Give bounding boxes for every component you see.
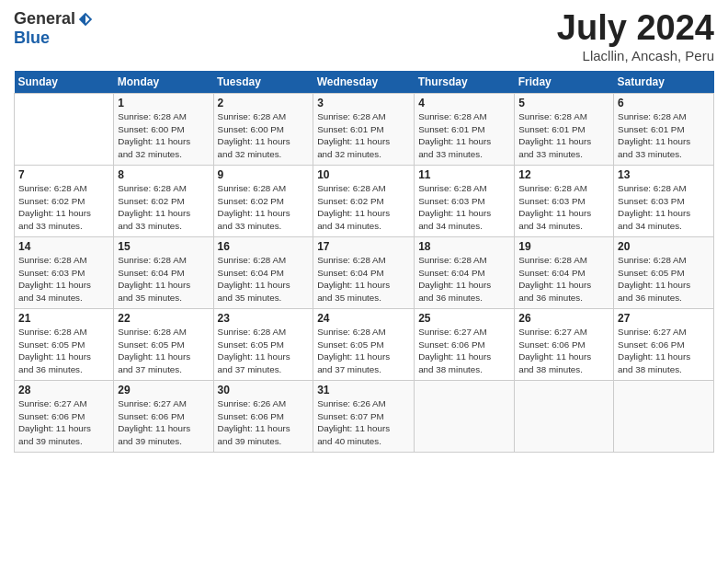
calendar-cell: 12Sunrise: 6:28 AM Sunset: 6:03 PM Dayli… bbox=[515, 165, 614, 236]
day-number: 15 bbox=[118, 240, 209, 253]
day-number: 31 bbox=[317, 384, 410, 396]
calendar-cell: 7Sunrise: 6:28 AM Sunset: 6:02 PM Daylig… bbox=[15, 165, 114, 236]
calendar-cell: 2Sunrise: 6:28 AM Sunset: 6:00 PM Daylig… bbox=[213, 93, 313, 165]
calendar-cell: 20Sunrise: 6:28 AM Sunset: 6:05 PM Dayli… bbox=[614, 236, 714, 308]
day-info: Sunrise: 6:28 AM Sunset: 6:01 PM Dayligh… bbox=[618, 110, 710, 161]
calendar-cell: 6Sunrise: 6:28 AM Sunset: 6:01 PM Daylig… bbox=[614, 93, 714, 165]
logo-general-text: General bbox=[14, 9, 75, 29]
day-info: Sunrise: 6:28 AM Sunset: 6:02 PM Dayligh… bbox=[118, 182, 209, 233]
calendar-week-row: 14Sunrise: 6:28 AM Sunset: 6:03 PM Dayli… bbox=[15, 236, 714, 308]
calendar-cell: 5Sunrise: 6:28 AM Sunset: 6:01 PM Daylig… bbox=[515, 93, 614, 165]
day-number: 29 bbox=[118, 384, 209, 396]
day-number: 6 bbox=[618, 97, 710, 109]
day-info: Sunrise: 6:27 AM Sunset: 6:06 PM Dayligh… bbox=[18, 397, 109, 448]
page-container: General Blue July 2024 Llacllin, Ancash,… bbox=[0, 0, 728, 462]
logo: General Blue bbox=[14, 9, 94, 48]
calendar-cell: 3Sunrise: 6:28 AM Sunset: 6:01 PM Daylig… bbox=[313, 93, 415, 165]
day-info: Sunrise: 6:28 AM Sunset: 6:01 PM Dayligh… bbox=[317, 110, 410, 161]
day-number: 2 bbox=[218, 97, 310, 109]
header-friday: Friday bbox=[515, 71, 614, 94]
month-title: July 2024 bbox=[557, 9, 714, 48]
calendar-cell: 17Sunrise: 6:28 AM Sunset: 6:04 PM Dayli… bbox=[313, 236, 415, 308]
day-number: 17 bbox=[317, 240, 410, 253]
day-info: Sunrise: 6:28 AM Sunset: 6:01 PM Dayligh… bbox=[418, 110, 510, 161]
day-number: 28 bbox=[18, 384, 109, 396]
day-info: Sunrise: 6:28 AM Sunset: 6:03 PM Dayligh… bbox=[518, 182, 609, 233]
header-monday: Monday bbox=[114, 71, 213, 94]
calendar-cell bbox=[15, 93, 114, 165]
day-number: 10 bbox=[317, 168, 410, 181]
calendar-cell: 22Sunrise: 6:28 AM Sunset: 6:05 PM Dayli… bbox=[114, 308, 213, 380]
day-number: 5 bbox=[518, 97, 609, 109]
header-tuesday: Tuesday bbox=[213, 71, 313, 94]
calendar-cell: 28Sunrise: 6:27 AM Sunset: 6:06 PM Dayli… bbox=[15, 380, 114, 452]
day-info: Sunrise: 6:27 AM Sunset: 6:06 PM Dayligh… bbox=[418, 326, 510, 376]
calendar-cell: 16Sunrise: 6:28 AM Sunset: 6:04 PM Dayli… bbox=[213, 236, 313, 308]
day-info: Sunrise: 6:28 AM Sunset: 6:00 PM Dayligh… bbox=[218, 110, 310, 161]
calendar-cell bbox=[415, 380, 515, 452]
day-number: 11 bbox=[418, 168, 510, 181]
day-info: Sunrise: 6:28 AM Sunset: 6:05 PM Dayligh… bbox=[317, 326, 410, 376]
header-wednesday: Wednesday bbox=[313, 71, 415, 94]
day-info: Sunrise: 6:28 AM Sunset: 6:03 PM Dayligh… bbox=[18, 254, 109, 304]
calendar-cell: 24Sunrise: 6:28 AM Sunset: 6:05 PM Dayli… bbox=[313, 308, 415, 380]
day-info: Sunrise: 6:27 AM Sunset: 6:06 PM Dayligh… bbox=[118, 397, 209, 448]
calendar-week-row: 7Sunrise: 6:28 AM Sunset: 6:02 PM Daylig… bbox=[15, 165, 714, 236]
calendar-week-row: 1Sunrise: 6:28 AM Sunset: 6:00 PM Daylig… bbox=[15, 93, 714, 165]
day-number: 27 bbox=[618, 312, 710, 325]
header-thursday: Thursday bbox=[415, 71, 515, 94]
day-info: Sunrise: 6:28 AM Sunset: 6:05 PM Dayligh… bbox=[218, 326, 310, 376]
logo-icon bbox=[77, 11, 94, 28]
calendar-cell: 9Sunrise: 6:28 AM Sunset: 6:02 PM Daylig… bbox=[213, 165, 313, 236]
day-number: 16 bbox=[218, 240, 310, 253]
logo-blue-text: Blue bbox=[14, 29, 50, 47]
day-info: Sunrise: 6:28 AM Sunset: 6:03 PM Dayligh… bbox=[418, 182, 510, 233]
weekday-header-row: Sunday Monday Tuesday Wednesday Thursday… bbox=[15, 71, 714, 94]
day-number: 1 bbox=[118, 97, 209, 109]
day-number: 3 bbox=[317, 97, 410, 109]
calendar-cell: 23Sunrise: 6:28 AM Sunset: 6:05 PM Dayli… bbox=[213, 308, 313, 380]
day-number: 18 bbox=[418, 240, 510, 253]
calendar-table: Sunday Monday Tuesday Wednesday Thursday… bbox=[14, 71, 714, 453]
calendar-cell: 25Sunrise: 6:27 AM Sunset: 6:06 PM Dayli… bbox=[415, 308, 515, 380]
day-number: 26 bbox=[518, 312, 609, 325]
calendar-cell: 1Sunrise: 6:28 AM Sunset: 6:00 PM Daylig… bbox=[114, 93, 213, 165]
calendar-cell: 21Sunrise: 6:28 AM Sunset: 6:05 PM Dayli… bbox=[15, 308, 114, 380]
calendar-cell: 13Sunrise: 6:28 AM Sunset: 6:03 PM Dayli… bbox=[614, 165, 714, 236]
day-info: Sunrise: 6:28 AM Sunset: 6:01 PM Dayligh… bbox=[518, 110, 609, 161]
day-number: 30 bbox=[218, 384, 310, 396]
day-number: 13 bbox=[618, 168, 710, 181]
day-number: 4 bbox=[418, 97, 510, 109]
calendar-cell: 26Sunrise: 6:27 AM Sunset: 6:06 PM Dayli… bbox=[515, 308, 614, 380]
calendar-cell: 27Sunrise: 6:27 AM Sunset: 6:06 PM Dayli… bbox=[614, 308, 714, 380]
day-number: 14 bbox=[18, 240, 109, 253]
title-area: July 2024 Llacllin, Ancash, Peru bbox=[557, 9, 714, 63]
day-number: 21 bbox=[18, 312, 109, 325]
day-info: Sunrise: 6:28 AM Sunset: 6:05 PM Dayligh… bbox=[118, 326, 209, 376]
day-number: 19 bbox=[518, 240, 609, 253]
header-saturday: Saturday bbox=[614, 71, 714, 94]
calendar-cell: 4Sunrise: 6:28 AM Sunset: 6:01 PM Daylig… bbox=[415, 93, 515, 165]
day-info: Sunrise: 6:27 AM Sunset: 6:06 PM Dayligh… bbox=[518, 326, 609, 376]
day-info: Sunrise: 6:28 AM Sunset: 6:02 PM Dayligh… bbox=[218, 182, 310, 233]
day-info: Sunrise: 6:28 AM Sunset: 6:05 PM Dayligh… bbox=[18, 326, 109, 376]
calendar-cell bbox=[515, 380, 614, 452]
day-info: Sunrise: 6:28 AM Sunset: 6:03 PM Dayligh… bbox=[618, 182, 710, 233]
header: General Blue July 2024 Llacllin, Ancash,… bbox=[14, 9, 714, 63]
day-info: Sunrise: 6:26 AM Sunset: 6:07 PM Dayligh… bbox=[317, 397, 410, 448]
location: Llacllin, Ancash, Peru bbox=[557, 48, 714, 63]
day-info: Sunrise: 6:28 AM Sunset: 6:02 PM Dayligh… bbox=[317, 182, 410, 233]
calendar-cell: 8Sunrise: 6:28 AM Sunset: 6:02 PM Daylig… bbox=[114, 165, 213, 236]
calendar-cell bbox=[614, 380, 714, 452]
header-sunday: Sunday bbox=[15, 71, 114, 94]
calendar-week-row: 21Sunrise: 6:28 AM Sunset: 6:05 PM Dayli… bbox=[15, 308, 714, 380]
day-number: 7 bbox=[18, 168, 109, 181]
day-info: Sunrise: 6:28 AM Sunset: 6:04 PM Dayligh… bbox=[317, 254, 410, 304]
calendar-week-row: 28Sunrise: 6:27 AM Sunset: 6:06 PM Dayli… bbox=[15, 380, 714, 452]
day-number: 23 bbox=[218, 312, 310, 325]
day-number: 20 bbox=[618, 240, 710, 253]
day-number: 8 bbox=[118, 168, 209, 181]
day-number: 24 bbox=[317, 312, 410, 325]
day-info: Sunrise: 6:28 AM Sunset: 6:05 PM Dayligh… bbox=[618, 254, 710, 304]
day-info: Sunrise: 6:28 AM Sunset: 6:04 PM Dayligh… bbox=[218, 254, 310, 304]
